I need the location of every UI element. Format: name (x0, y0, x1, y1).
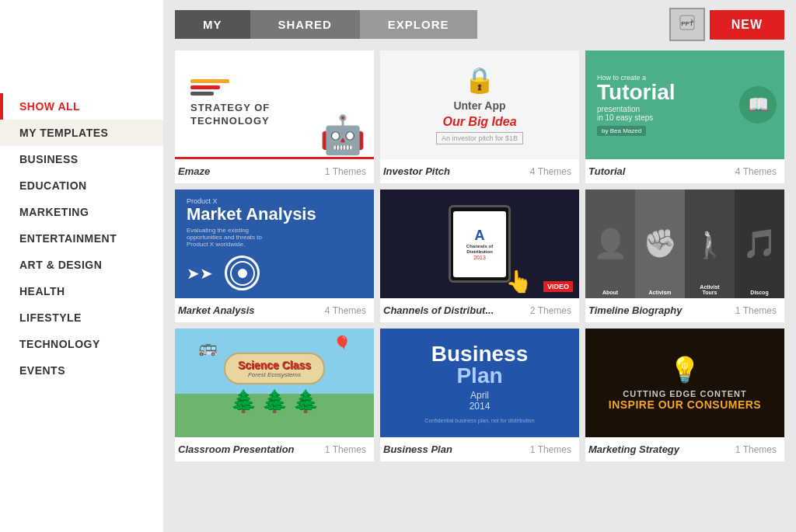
business-fine-print: Confidential business plan, not for dist… (424, 418, 534, 423)
business-themes: 1 Themes (530, 444, 571, 455)
new-button[interactable]: NEW (710, 10, 784, 40)
bus-icon: 🚌 (198, 338, 218, 356)
ppt-icon: PPT (679, 14, 696, 35)
stripe-1 (190, 79, 229, 83)
channels-year: 2013 (473, 255, 486, 260)
classroom-themes: 1 Themes (325, 444, 366, 455)
bulb-icon: 💡 (669, 355, 700, 384)
grid-item-classroom[interactable]: 🎈 🚌 Science Class Forest Ecosystems 🌲 🌲 … (175, 329, 374, 461)
timeline-person-2: ✊ Activism (635, 190, 685, 298)
tutorial-content: How to create a Tutorial presentation in… (585, 64, 784, 145)
grid-item-emaze[interactable]: STRATEGY OF TECHNOLOGY 🤖 Emaze 1 Themes (175, 50, 374, 183)
marketing-info: Marketing Strategy 1 Themes (585, 437, 784, 461)
market-themes: 4 Themes (325, 305, 366, 316)
tab-explore[interactable]: EXPLORE (360, 10, 477, 39)
classroom-title: Classroom Presentation (178, 443, 295, 455)
tutorial-author: by Bea Mazed (597, 126, 646, 136)
classroom-sign-sub: Forest Ecosystems (238, 371, 311, 378)
tree-2-icon: 🌲 (261, 388, 288, 414)
grid-item-business-plan[interactable]: Business Plan April 2014 Confidential bu… (380, 329, 579, 461)
person-4-label: Discog (750, 290, 768, 295)
person-1-icon: 👤 (593, 228, 628, 260)
business-title-line2: Plan (456, 365, 502, 387)
tutorial-book-icon: 📖 (739, 86, 777, 123)
thumb-investor: 🔒 Unter App Our Big Idea An investor pit… (380, 50, 579, 159)
emaze-text: STRATEGY OF TECHNOLOGY (190, 102, 270, 128)
investor-sub-text: Our Big Idea (436, 115, 523, 129)
sidebar-item-show-all[interactable]: Show All (0, 93, 163, 120)
marketing-content: 💡 Cutting Edge Content Inspire Our Consu… (585, 329, 784, 437)
grid-item-channels[interactable]: A Channels of Distribution 2013 👆 VIDEO … (380, 190, 579, 322)
thumb-market: Product X Market Analysis Evaluating the… (175, 190, 374, 298)
emaze-stripes (190, 79, 229, 96)
channels-screen-label: Channels of Distribution (456, 244, 503, 255)
sidebar-item-health[interactable]: Health (0, 278, 163, 304)
market-desc: Evaluating the existing opportunities an… (187, 227, 362, 248)
ppt-button[interactable]: PPT (669, 8, 705, 41)
arrow-icon: ➤➤ (187, 264, 213, 283)
grid-item-marketing-strategy[interactable]: 💡 Cutting Edge Content Inspire Our Consu… (585, 329, 784, 461)
emaze-info: Emaze 1 Themes (175, 159, 374, 183)
person-4-icon: 🎵 (742, 228, 777, 260)
person-1-label: About (602, 290, 618, 295)
marketing-themes: 1 Themes (735, 444, 777, 455)
target-icon (225, 256, 260, 290)
tutorial-info: Tutorial 4 Themes (585, 159, 784, 183)
sidebar-item-art-design[interactable]: Art & Design (0, 252, 163, 278)
tab-shared[interactable]: SHARED (250, 10, 360, 39)
thumb-marketing: 💡 Cutting Edge Content Inspire Our Consu… (585, 329, 784, 437)
classroom-info: Classroom Presentation 1 Themes (175, 437, 374, 461)
classroom-sign: Science Class Forest Ecosystems (224, 353, 325, 384)
sidebar: Show All My Templates Business Education… (0, 0, 163, 532)
classroom-trees: 🌲 🌲 🌲 (230, 388, 319, 414)
topbar: MY SHARED EXPLORE PPT NEW (175, 8, 784, 41)
classroom-sign-title: Science Class (238, 359, 311, 371)
thumb-tutorial: How to create a Tutorial presentation in… (585, 50, 784, 159)
timeline-person-3: 🚶 Activist Tours (685, 190, 735, 298)
business-plan-word: Plan (456, 363, 502, 388)
person-3-icon: 🚶 (693, 228, 728, 260)
shield-icon: 🔒 (436, 65, 523, 95)
sidebar-item-education[interactable]: Education (0, 172, 163, 199)
sidebar-item-business[interactable]: Business (0, 146, 163, 172)
balloon-icon: 🎈 (333, 335, 351, 352)
timeline-themes: 1 Themes (735, 305, 777, 316)
emaze-themes: 1 Themes (325, 166, 366, 177)
grid-item-investor-pitch[interactable]: 🔒 Unter App Our Big Idea An investor pit… (380, 50, 579, 183)
marketing-line2: Inspire Our Consumers (609, 398, 761, 411)
sidebar-item-events[interactable]: Events (0, 357, 163, 384)
sidebar-item-my-templates[interactable]: My Templates (0, 120, 163, 146)
robot-icon: 🤖 (319, 113, 366, 157)
market-subtitle: Product X (187, 197, 362, 205)
investor-tagline: An investor pitch for $1B (436, 132, 523, 144)
marketing-line1: Cutting Edge Content (623, 389, 746, 398)
tutorial-title: Tutorial (588, 165, 625, 177)
emaze-title: Emaze (178, 165, 210, 177)
sidebar-item-technology[interactable]: Technology (0, 331, 163, 357)
business-content: Business Plan April 2014 Confidential bu… (380, 329, 579, 437)
grid-item-tutorial[interactable]: How to create a Tutorial presentation in… (585, 50, 784, 183)
sidebar-item-marketing[interactable]: Marketing (0, 199, 163, 225)
grid-item-market-analysis[interactable]: Product X Market Analysis Evaluating the… (175, 190, 374, 322)
sidebar-item-lifestyle[interactable]: Lifestyle (0, 304, 163, 331)
channels-title: Channels of Distribut... (383, 304, 494, 316)
channels-screen: A Channels of Distribution 2013 (453, 211, 506, 277)
market-title: Market Analysis (187, 205, 362, 224)
channels-info: Channels of Distribut... 2 Themes (380, 298, 579, 322)
business-title-line1: Business (431, 343, 529, 365)
sidebar-item-entertainment[interactable]: Entertainment (0, 225, 163, 252)
main-content: MY SHARED EXPLORE PPT NEW (163, 0, 796, 532)
investor-content: 🔒 Unter App Our Big Idea An investor pit… (424, 54, 535, 156)
channels-a-letter: A (475, 228, 485, 244)
tab-my[interactable]: MY (175, 10, 250, 39)
template-grid: STRATEGY OF TECHNOLOGY 🤖 Emaze 1 Themes … (175, 50, 784, 461)
market-grid-title: Market Analysis (178, 304, 255, 316)
grid-item-timeline[interactable]: 👤 About ✊ Activism 🚶 Activist Tours 🎵 Di… (585, 190, 784, 322)
tree-1-icon: 🌲 (230, 388, 257, 414)
timeline-title: Timeline Biography (588, 304, 682, 316)
business-info: Business Plan 1 Themes (380, 437, 579, 461)
timeline-person-1: 👤 About (585, 190, 635, 298)
tree-3-icon: 🌲 (292, 388, 319, 414)
market-content: Product X Market Analysis Evaluating the… (175, 190, 374, 298)
thumb-classroom: 🎈 🚌 Science Class Forest Ecosystems 🌲 🌲 … (175, 329, 374, 437)
